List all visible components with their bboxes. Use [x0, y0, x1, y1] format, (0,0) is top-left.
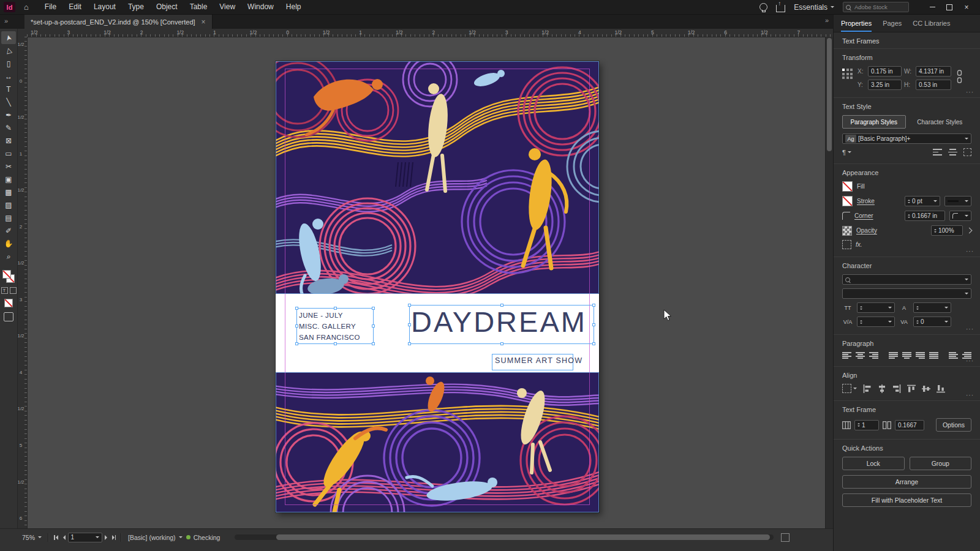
- selection-handle[interactable]: [334, 307, 337, 310]
- tracking-input[interactable]: 0: [913, 317, 951, 327]
- align-vertical-centers-icon[interactable]: [922, 384, 930, 393]
- tool-hand[interactable]: ✋: [1, 237, 16, 250]
- restore-button[interactable]: [941, 1, 958, 14]
- text-frame-title[interactable]: DAYDREAM: [409, 305, 594, 344]
- x-input[interactable]: 0.175 in: [868, 66, 902, 77]
- selection-handle[interactable]: [592, 342, 595, 345]
- selection-handle[interactable]: [334, 342, 337, 345]
- opacity-input[interactable]: 100%: [931, 225, 963, 236]
- learn-bulb-icon[interactable]: [760, 3, 767, 11]
- fill-stroke-proxy[interactable]: [2, 269, 15, 283]
- menu-help[interactable]: Help: [280, 0, 307, 14]
- gutter-input[interactable]: 0.1667: [895, 420, 924, 430]
- document-page[interactable]: JUNE - JULY MISC. GALLERY SAN FRANCISCO …: [276, 61, 599, 512]
- justify-all-icon[interactable]: [929, 352, 938, 359]
- fill-with-placeholder-text-button[interactable]: Fill with Placeholder Text: [842, 493, 971, 507]
- tool-rectangle-frame[interactable]: ⊠: [1, 134, 16, 147]
- tool-type[interactable]: T: [1, 83, 16, 96]
- menu-object[interactable]: Object: [150, 0, 184, 14]
- align-right-icon[interactable]: [869, 352, 878, 359]
- align-center-icon[interactable]: [856, 352, 865, 359]
- text-frame-options-button[interactable]: Options: [936, 418, 971, 432]
- formatting-affects-container-toggle[interactable]: [10, 287, 17, 294]
- justify-last-right-icon[interactable]: [916, 352, 925, 359]
- selection-handle[interactable]: [372, 342, 375, 345]
- redefine-style-icon[interactable]: [933, 149, 942, 156]
- zoom-level-select[interactable]: 75%: [18, 534, 45, 541]
- tool-note[interactable]: ▤: [1, 211, 16, 224]
- next-page-button[interactable]: [102, 535, 110, 540]
- reference-point-grid[interactable]: [842, 69, 853, 79]
- menu-layout[interactable]: Layout: [88, 0, 122, 14]
- document-tab[interactable]: *set-up-a-postcard_END_V2.indd @ 150% [C…: [24, 15, 213, 29]
- selection-handle[interactable]: [372, 307, 375, 310]
- text-frame-details[interactable]: JUNE - JULY MISC. GALLERY SAN FRANCISCO: [296, 308, 374, 344]
- more-options-button[interactable]: ···: [966, 392, 974, 399]
- tool-eyedropper[interactable]: ✐: [1, 224, 16, 237]
- tool-zoom[interactable]: ⌕: [1, 250, 16, 263]
- vertical-scrollbar-thumb[interactable]: [827, 38, 832, 151]
- tab-close-icon[interactable]: ×: [202, 18, 206, 26]
- screen-mode-button[interactable]: [4, 312, 13, 321]
- selection-handle[interactable]: [295, 307, 298, 310]
- lock-button[interactable]: Lock: [842, 457, 905, 470]
- corner-radius-input[interactable]: 0.1667 in: [905, 211, 945, 221]
- more-options-button[interactable]: ···: [966, 326, 974, 332]
- share-icon[interactable]: [776, 5, 785, 12]
- kerning-input[interactable]: [857, 317, 895, 327]
- tool-rectangle[interactable]: ▭: [1, 147, 16, 160]
- selection-handle[interactable]: [408, 342, 411, 345]
- align-left-edges-icon[interactable]: [863, 384, 872, 393]
- formatting-affects-text-toggle[interactable]: T: [1, 287, 8, 294]
- font-family-select[interactable]: [842, 274, 971, 285]
- selection-handle[interactable]: [295, 324, 298, 328]
- align-horizontal-centers-icon[interactable]: [878, 384, 886, 393]
- more-options-button[interactable]: ···: [966, 89, 974, 96]
- more-options-button[interactable]: ···: [966, 248, 974, 255]
- align-right-edges-icon[interactable]: [892, 384, 901, 393]
- apply-none-button[interactable]: [4, 299, 13, 307]
- selection-handle[interactable]: [500, 342, 503, 345]
- tool-scissors[interactable]: ✂: [1, 160, 16, 173]
- y-input[interactable]: 3.25 in: [868, 80, 902, 90]
- justify-last-left-icon[interactable]: [889, 352, 898, 359]
- font-size-input[interactable]: [857, 302, 895, 313]
- fill-color-swatch[interactable]: [842, 181, 853, 192]
- opacity-link[interactable]: Opacity: [856, 227, 877, 234]
- selection-handle[interactable]: [408, 304, 411, 307]
- style-override-icon[interactable]: [948, 149, 957, 156]
- tool-pencil[interactable]: ✎: [1, 121, 16, 134]
- preflight-profile-select[interactable]: [Basic] (working): [124, 534, 186, 541]
- character-styles-tab[interactable]: Character Styles: [908, 115, 972, 129]
- stroke-style-select[interactable]: [944, 196, 971, 206]
- align-bottom-edges-icon[interactable]: [937, 384, 945, 393]
- w-input[interactable]: 4.1317 in: [916, 66, 951, 77]
- menu-window[interactable]: Window: [241, 0, 280, 14]
- pilcrow-options-icon[interactable]: ¶: [842, 149, 846, 156]
- tool-page[interactable]: ▯: [1, 57, 16, 70]
- more-options-button[interactable]: ···: [966, 358, 974, 364]
- constrain-proportions-icon[interactable]: [956, 70, 963, 83]
- tool-selection[interactable]: ➤: [1, 31, 16, 44]
- object-effects-icon[interactable]: [842, 240, 851, 249]
- tool-free-transform[interactable]: ▣: [1, 173, 16, 186]
- fx-label[interactable]: fx.: [856, 241, 862, 248]
- paragraph-style-select[interactable]: Ag [Basic Paragraph]+: [842, 133, 971, 144]
- first-page-button[interactable]: [51, 535, 61, 540]
- stock-search-input[interactable]: [853, 3, 903, 11]
- previous-page-button[interactable]: [61, 535, 68, 540]
- left-dock-toggle[interactable]: »: [4, 17, 7, 24]
- close-button[interactable]: ×: [958, 1, 975, 14]
- menu-table[interactable]: Table: [184, 0, 214, 14]
- stock-search[interactable]: [843, 2, 909, 12]
- corner-link[interactable]: Corner: [854, 212, 873, 219]
- h-input[interactable]: 0.53 in: [916, 80, 951, 90]
- corner-shape-select[interactable]: [949, 211, 971, 221]
- selection-handle[interactable]: [408, 323, 411, 326]
- group-button[interactable]: Group: [910, 457, 972, 470]
- ruler-origin-corner[interactable]: [17, 29, 28, 37]
- menu-edit[interactable]: Edit: [62, 0, 88, 14]
- align-to-select[interactable]: [842, 384, 857, 393]
- last-page-button[interactable]: [110, 535, 119, 540]
- tool-gradient-feather[interactable]: ▨: [1, 198, 16, 211]
